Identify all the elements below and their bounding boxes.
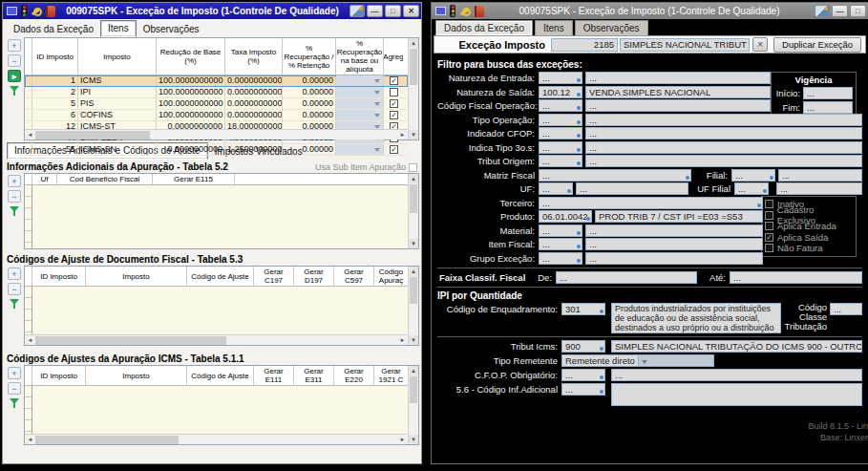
agreg-checkbox[interactable] bbox=[390, 111, 398, 119]
scroll-right-icon[interactable]: ▸ bbox=[397, 336, 408, 344]
indicador-cfop-code-field[interactable]: ... bbox=[539, 127, 582, 139]
tribut-icms-desc-field[interactable]: SIMPLES NACIONAL TRIBUTAÇÃO DO ICMS 900 … bbox=[611, 340, 862, 353]
right-titlebar[interactable]: 009075SPK - Exceção de Imposto (1-Contro… bbox=[432, 3, 868, 19]
tab-itens[interactable]: Itens bbox=[100, 20, 137, 37]
col-recuperacao-base[interactable]: % Recuperação na base ou alíquota bbox=[336, 38, 384, 75]
maximize-button[interactable]: □ bbox=[850, 5, 866, 17]
indica-tipo-code-field[interactable]: ... bbox=[539, 141, 582, 154]
scroll-left-icon[interactable]: ◂ bbox=[25, 436, 35, 443]
scrollbar-thumb[interactable] bbox=[35, 436, 179, 444]
uf-filial-code-field[interactable]: ... bbox=[734, 182, 769, 195]
agreg-checkbox[interactable] bbox=[390, 145, 398, 154]
indica-tipo-desc-field[interactable]: ... bbox=[585, 141, 862, 154]
insert-row-icon[interactable]: + bbox=[8, 268, 21, 280]
produto-code-field[interactable]: 06.01.0042 bbox=[539, 210, 592, 223]
terceiro-field[interactable]: ... bbox=[539, 197, 763, 209]
delete-row-icon[interactable]: − bbox=[8, 54, 21, 67]
col-id-imposto[interactable]: ID Imposto bbox=[32, 267, 86, 286]
inf-adicional-code-field[interactable]: ... bbox=[561, 383, 605, 396]
inf-adicional-text-field[interactable] bbox=[611, 383, 862, 406]
filter-funnel-icon[interactable] bbox=[9, 205, 20, 217]
table-row[interactable]: 5 PIS 100.0000000000 0.0000000000 0.0000… bbox=[25, 98, 408, 110]
minimize-button[interactable]: — bbox=[367, 5, 383, 17]
cfop-desc-field[interactable]: ... bbox=[611, 369, 862, 381]
col-codigo-ajuste[interactable]: Código de Ajuste bbox=[187, 267, 254, 286]
scroll-right-icon[interactable]: ▸ bbox=[397, 436, 408, 443]
scroll-right-icon[interactable]: ▸ bbox=[397, 131, 408, 139]
insert-row-icon[interactable]: + bbox=[8, 175, 21, 187]
material-code-field[interactable]: ... bbox=[539, 225, 582, 237]
minimize-button[interactable]: — bbox=[832, 5, 848, 17]
scroll-down-icon[interactable]: ▾ bbox=[409, 239, 418, 248]
col-codigo-ajuste[interactable]: Código de Ajuste bbox=[187, 366, 254, 385]
codigo-fiscal-code-field[interactable]: ... bbox=[539, 99, 582, 112]
horizontal-scrollbar[interactable]: ◂ ▸ bbox=[25, 334, 408, 345]
agreg-checkbox[interactable] bbox=[390, 99, 398, 108]
scrollbar-thumb[interactable] bbox=[35, 131, 150, 139]
tab-itens[interactable]: Itens bbox=[535, 20, 573, 35]
scroll-up-icon[interactable]: ▴ bbox=[409, 174, 418, 183]
recuperacao-dropdown[interactable] bbox=[336, 144, 384, 155]
tipo-remetente-select[interactable]: Remetente direto bbox=[561, 354, 714, 367]
enquadramento-code-field[interactable]: 301 bbox=[561, 303, 605, 315]
vertical-scrollbar[interactable]: ▴ ▾ bbox=[408, 174, 418, 248]
col-recuperacao[interactable]: % Recuperação / % Retenção bbox=[283, 38, 336, 75]
faixa-ate-field[interactable]: ... bbox=[730, 271, 862, 284]
produto-desc-field[interactable]: PROD TRIB 7 / CST IPI =E03 =S53 bbox=[595, 210, 763, 223]
system-menu-icon[interactable] bbox=[435, 7, 446, 15]
chevron-down-icon[interactable] bbox=[638, 355, 713, 366]
scroll-down-icon[interactable]: ▾ bbox=[409, 435, 418, 444]
clear-button[interactable]: × bbox=[752, 37, 768, 52]
col-imposto[interactable]: Imposto bbox=[78, 38, 157, 75]
col-taxa-imposto[interactable]: Taxa Imposto (%) bbox=[225, 38, 283, 75]
agreg-checkbox[interactable] bbox=[390, 76, 398, 85]
col-reducao-base[interactable]: Redução de Base (%) bbox=[157, 38, 225, 75]
item-fiscal-code-field[interactable]: ... bbox=[539, 238, 582, 250]
table-row[interactable]: 55 ICMS-SN 0.0000000000 1.2500000000 0.0… bbox=[25, 144, 408, 156]
scroll-up-icon[interactable]: ▴ bbox=[409, 366, 418, 375]
tab-observacoes[interactable]: Observações bbox=[575, 20, 648, 35]
col-gerar-d197[interactable]: Gerar D197 bbox=[294, 267, 334, 286]
close-button[interactable]: ✕ bbox=[403, 5, 419, 17]
col-id-imposto[interactable]: ID Imposto bbox=[32, 366, 86, 385]
agreg-checkbox[interactable] bbox=[390, 88, 398, 96]
delete-row-icon[interactable]: − bbox=[8, 283, 21, 295]
col-uf[interactable]: Uf bbox=[32, 174, 57, 184]
natureza-entrada-desc-field[interactable]: ... bbox=[585, 72, 771, 84]
scrollbar-thumb[interactable] bbox=[410, 49, 417, 85]
col-gerar-1921[interactable]: Gerar 1921 C bbox=[374, 366, 408, 385]
uf-code-field[interactable]: ... bbox=[539, 182, 573, 195]
tab-dados-da-excecao[interactable]: Dados da Exceção bbox=[7, 22, 100, 37]
col-codigo-apuracao[interactable]: Código Apuraç bbox=[374, 267, 408, 286]
aplica-entrada-checkbox[interactable] bbox=[765, 222, 773, 230]
classe-tributacao-field[interactable]: ... bbox=[830, 303, 862, 315]
tribut-icms-code-field[interactable]: 900 bbox=[561, 340, 605, 353]
filter-funnel-icon[interactable] bbox=[9, 397, 20, 409]
usa-sub-item-checkbox[interactable] bbox=[409, 163, 417, 172]
tribut-origem-desc-field[interactable]: ... bbox=[585, 155, 862, 167]
indicador-cfop-desc-field[interactable]: ... bbox=[585, 127, 862, 139]
col-gerar-e220[interactable]: Gerar E220 bbox=[334, 366, 374, 385]
filter-funnel-icon[interactable] bbox=[9, 298, 20, 310]
aplica-saida-checkbox[interactable] bbox=[765, 233, 773, 242]
tab-observacoes[interactable]: Observações bbox=[137, 22, 206, 37]
left-titlebar[interactable]: 009075SPK - Exceção de Imposto (1-Contro… bbox=[3, 3, 421, 19]
vertical-scrollbar[interactable]: ▴ ▾ bbox=[408, 38, 418, 139]
natureza-entrada-code-field[interactable]: ... bbox=[539, 72, 582, 84]
duplicar-excecao-button[interactable]: Duplicar Exceção bbox=[773, 37, 861, 53]
scrollbar-thumb[interactable] bbox=[35, 336, 226, 345]
col-gerar-e311[interactable]: Gerar E311 bbox=[294, 366, 334, 385]
maximize-button[interactable]: □ bbox=[385, 5, 401, 17]
grupo-excecao-code-field[interactable]: ... bbox=[539, 252, 582, 265]
natureza-saida-code-field[interactable]: 100.12 bbox=[539, 86, 582, 98]
excecao-descricao-field[interactable]: SIMPLES NACIONAL TRIBUT 900 bbox=[620, 38, 750, 52]
scrollbar-thumb[interactable] bbox=[410, 184, 417, 213]
enquadramento-desc-field[interactable]: Produtos industrializados por instituiçõ… bbox=[611, 303, 781, 333]
scroll-up-icon[interactable]: ▴ bbox=[409, 267, 418, 276]
codigo-fiscal-desc-field[interactable]: ... bbox=[585, 99, 771, 112]
col-imposto[interactable]: Imposto bbox=[86, 366, 187, 385]
col-gerar-c197[interactable]: Gerar C197 bbox=[254, 267, 294, 286]
uf-desc-field[interactable]: ... bbox=[576, 182, 688, 195]
vigencia-inicio-field[interactable]: ... bbox=[803, 87, 853, 99]
table-row[interactable]: 2 IPI 100.0000000000 0.0000000000 0.0000… bbox=[25, 87, 408, 98]
